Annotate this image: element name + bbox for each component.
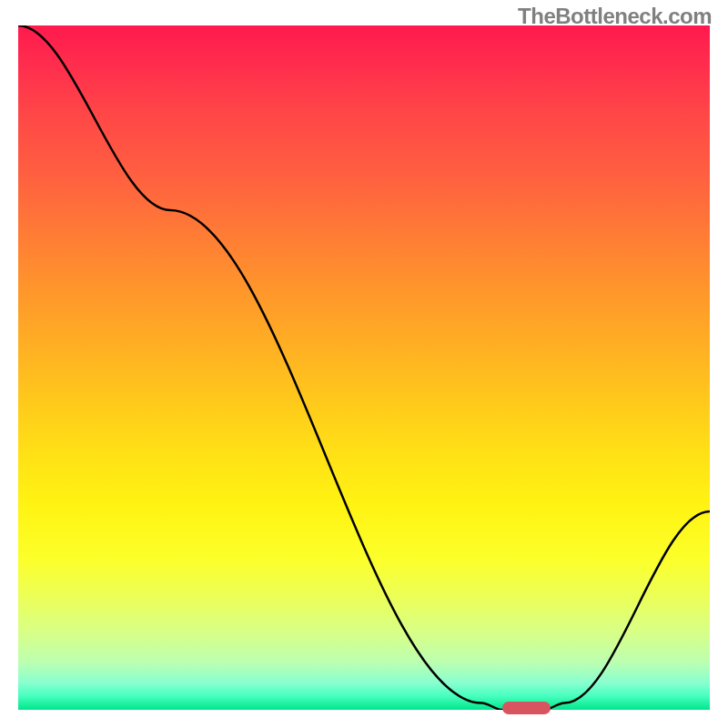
plot-area [18, 25, 710, 710]
optimal-marker [502, 702, 551, 714]
bottleneck-curve [18, 25, 710, 710]
